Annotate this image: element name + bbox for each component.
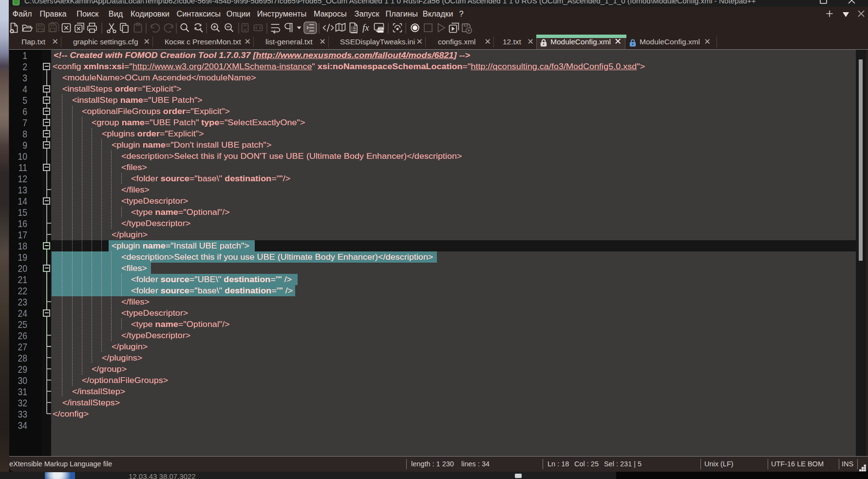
svg-text:fx: fx: [362, 22, 369, 33]
